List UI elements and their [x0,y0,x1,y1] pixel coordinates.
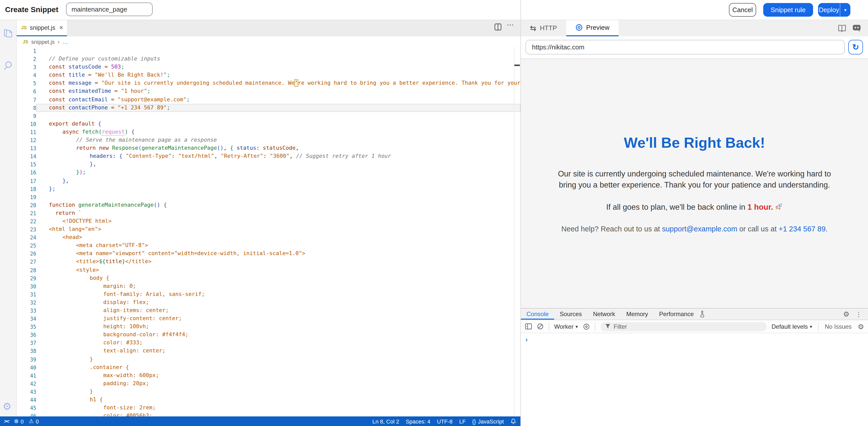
code-line[interactable]: 23<html lang="en"> [17,225,520,233]
tab-network[interactable]: Network [587,309,621,320]
code-line[interactable]: 37color: #333; [17,339,520,347]
breadcrumb[interactable]: JS snippet.js › … [17,36,520,47]
context-selector[interactable]: Worker▾ [554,323,578,330]
tab-sources[interactable]: Sources [554,309,587,320]
tab-memory[interactable]: Memory [621,309,654,320]
code-line[interactable]: 42padding: 20px; [17,379,520,388]
code-line[interactable]: 1 [17,47,520,55]
tab-snippet-js[interactable]: JS snippet.js × [17,20,67,36]
code-line[interactable]: 32display: flex; [17,299,520,307]
code-line[interactable]: 5const message = "Our site is currently … [17,79,520,87]
code-line[interactable]: 21 return ` [17,209,520,217]
code-line[interactable]: 7const contactEmail = "support@example.c… [17,95,520,104]
breadcrumb-file[interactable]: snippet.js [31,38,55,45]
code-line[interactable]: 27<title>${title}</title> [17,258,520,266]
preview-url-input[interactable] [525,40,845,54]
issues-counter[interactable]: No Issues [825,323,851,330]
code-line[interactable]: 15}, [17,161,520,169]
code-line[interactable]: 33align-items: center; [17,307,520,315]
split-editor-icon[interactable] [494,23,502,31]
refresh-button[interactable]: ↻ [848,40,863,54]
code-line[interactable]: 34justify-content: center; [17,315,520,323]
code-line[interactable]: 16}); [17,169,520,177]
code-token: () [154,202,160,208]
cursor-position[interactable]: Ln 8, Col 2 [372,418,399,424]
console-prompt-chevron[interactable]: › [525,336,528,343]
code-line[interactable]: 22<!DOCTYPE html> [17,217,520,225]
encoding-setting[interactable]: UTF-8 [437,418,453,424]
code-line[interactable]: 26<meta name="viewport" content="width=d… [17,250,520,258]
code-line[interactable]: 4const title = "We'll Be Right Back!"; [17,71,520,79]
snippet-name-input[interactable] [66,2,153,16]
console-sidebar-toggle-icon[interactable] [525,323,532,330]
code-line[interactable]: 45font-size: 2rem; [17,404,520,412]
support-email-link[interactable]: support@example.com [662,225,737,233]
code-line[interactable]: 38text-align: center; [17,347,520,355]
code-line[interactable]: 12// Serve the maintenance page as a res… [17,136,520,144]
devtools-settings-gear-icon[interactable]: ⚙︎ [843,310,849,318]
code-line[interactable]: 35height: 100vh; [17,323,520,331]
editor-scrollbar[interactable] [514,47,514,417]
search-icon[interactable] [2,60,13,71]
code-line[interactable]: 6const estimatedTime = "1 hour"; [17,87,520,95]
console-eye-icon[interactable] [583,323,590,330]
code-line[interactable]: 28<style> [17,266,520,274]
code-line[interactable]: 2// Define your customizable inputs [17,55,520,63]
eol-setting[interactable]: LF [459,418,466,424]
code-line[interactable]: 20function generateMaintenancePage() { [17,201,520,209]
code-line[interactable]: 25<meta charset="UTF-8"> [17,242,520,250]
code-line[interactable]: 30margin: 0; [17,282,520,290]
code-line[interactable]: 24<head> [17,233,520,242]
code-line[interactable]: 8const contactPhone = "+1 234 567 89"; [17,104,520,112]
indentation-setting[interactable]: Spaces: 4 [406,418,431,424]
console-settings-gear-icon[interactable]: ⚙︎ [858,322,864,331]
code-line[interactable]: 40.container { [17,363,520,371]
files-icon[interactable] [2,28,13,39]
code-line[interactable]: 9 [17,112,520,120]
remote-indicator-icon[interactable]: >< [3,419,9,424]
tab-console[interactable]: Console [521,309,554,320]
code-line[interactable]: 41max-width: 600px; [17,372,520,379]
code-editor[interactable]: 12// Define your customizable inputs3con… [17,47,520,417]
code-line[interactable]: 13return new Response(generateMaintenanc… [17,144,520,152]
code-line[interactable]: 39} [17,355,520,363]
code-line[interactable]: 3const statusCode = 503; [17,63,520,71]
tab-http[interactable]: ⇆ HTTP [521,20,566,36]
code-line[interactable]: 31font-family: Arial, sans-serif; [17,290,520,299]
code-token: } [122,258,125,265]
discord-chat-icon[interactable] [852,24,861,32]
code-line[interactable]: 19 [17,193,520,201]
code-line[interactable]: 11async fetch(request) { [17,128,520,136]
log-levels-dropdown[interactable]: Default levels▾ [772,323,812,330]
code-line[interactable]: 29body { [17,274,520,282]
cancel-button[interactable]: Cancel [729,3,756,17]
pane-divider[interactable] [520,0,521,426]
deploy-dropdown-caret-icon[interactable]: ▾ [840,3,850,17]
tab-preview[interactable]: Preview [566,20,619,36]
code-line[interactable]: 44h1 { [17,396,520,404]
code-line[interactable]: 17}, [17,177,520,185]
code-token: const [49,104,68,111]
code-line[interactable]: 14headers: { "Content-Type": "text/html"… [17,152,520,160]
editor-more-actions-icon[interactable]: ⋯ [507,21,514,29]
code-line[interactable]: 46color: #0056b3; [17,412,520,417]
notifications-bell-icon[interactable] [510,418,516,425]
breadcrumb-more[interactable]: … [62,38,68,45]
warnings-indicator[interactable]: ⚠ 0 [29,418,39,425]
console-filter-input[interactable]: Filter [600,322,767,331]
clear-console-icon[interactable] [537,323,544,330]
tab-performance[interactable]: Performance [654,309,699,320]
code-line[interactable]: 43} [17,388,520,396]
errors-indicator[interactable]: ⊗ 0 [14,418,24,425]
docs-book-icon[interactable] [838,24,846,32]
settings-gear-icon[interactable]: ⚙︎ [2,400,13,411]
code-line[interactable]: 36background-color: #f4f4f4; [17,331,520,339]
support-phone-link[interactable]: +1 234 567 89 [779,225,826,233]
deploy-button[interactable]: Deploy ▾ [818,3,850,17]
language-mode[interactable]: {} JavaScript [472,418,504,424]
devtools-more-kebab-icon[interactable]: ⋮ [856,310,862,318]
code-line[interactable]: 10export default { [17,120,520,128]
snippet-rule-button[interactable]: Snippet rule [763,3,813,17]
tab-close-icon[interactable]: × [59,24,63,31]
code-line[interactable]: 18}; [17,185,520,193]
